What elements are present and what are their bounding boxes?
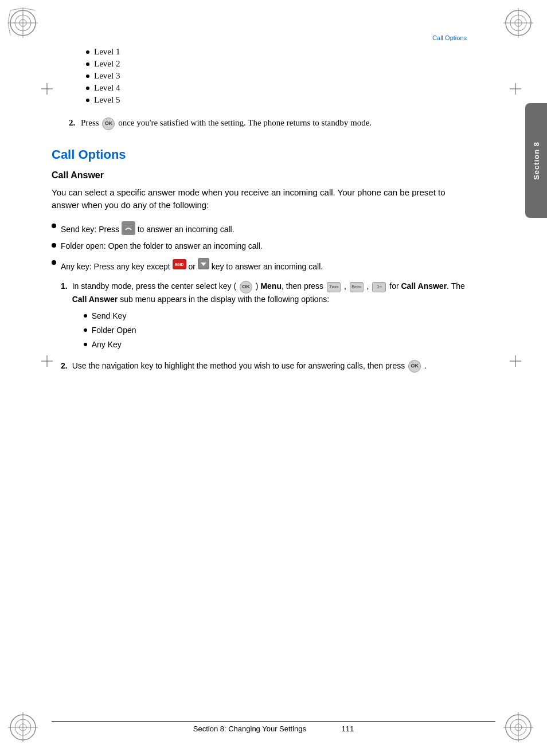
call-answer-heading: Call Answer xyxy=(52,170,467,181)
svg-line-8 xyxy=(8,23,10,36)
feature-bullet-any-key: Any key: Press any key except END or xyxy=(52,258,467,273)
bullet-icon xyxy=(86,87,89,90)
intro-text: You can select a specific answer mode wh… xyxy=(52,186,467,212)
feature-bullet-dot xyxy=(52,224,56,228)
feature-bullets-list: Send key: Press to answer an incoming ca… xyxy=(52,221,467,273)
sub-options-list: Send Key Folder Open Any Key xyxy=(84,310,467,351)
sub-list-item: Send Key xyxy=(84,310,467,322)
bullet-icon xyxy=(86,62,89,66)
feature-bullet-send-key: Send key: Press to answer an incoming ca… xyxy=(52,221,467,236)
bullet-icon xyxy=(86,50,89,54)
key-6: 6mno xyxy=(350,282,364,292)
svg-text:END: END xyxy=(175,263,183,267)
list-item: Level 1 xyxy=(86,47,467,57)
level-list: Level 1 Level 2 Level 3 Level 4 Level 5 xyxy=(86,47,467,105)
feature-bullet-folder-open: Folder open: Open the folder to answer a… xyxy=(52,241,467,252)
end-key-icon: END xyxy=(173,259,186,269)
sub-list-item: Folder Open xyxy=(84,324,467,336)
main-content: Level 1 Level 2 Level 3 Level 4 Level 5 … xyxy=(52,47,495,373)
crosshair-right-top xyxy=(510,83,521,97)
page-footer: Section 8: Changing Your Settings 111 xyxy=(0,724,547,733)
feature-bullet-dot xyxy=(52,243,56,248)
page-header: Call Options xyxy=(52,34,495,41)
ok-button-icon-step2: OK xyxy=(408,360,421,373)
call-options-heading: Call Options xyxy=(52,147,467,162)
corner-decoration-tr xyxy=(501,6,541,46)
footer-text: Section 8: Changing Your Settings 111 xyxy=(193,724,354,733)
ok-button-icon-step1: OK xyxy=(240,281,252,293)
down-arrow-key-icon xyxy=(198,258,209,269)
feature-bullet-dot xyxy=(52,260,56,265)
bullet-icon xyxy=(84,314,87,318)
footer-divider xyxy=(52,721,495,722)
numbered-steps: 1. In standby mode, press the center sel… xyxy=(61,280,467,373)
step-2-top: 2. Press OK once you're satisfied with t… xyxy=(69,116,467,130)
send-key-icon xyxy=(122,221,135,235)
bullet-icon xyxy=(84,343,87,346)
page-container: Section 8 Call Options xyxy=(0,0,547,756)
svg-line-7 xyxy=(8,10,10,23)
step-1: 1. In standby mode, press the center sel… xyxy=(61,280,467,352)
sub-list-item: Any Key xyxy=(84,339,467,351)
bullet-icon xyxy=(84,328,87,332)
step-2: 2. Use the navigation key to highlight t… xyxy=(61,360,467,373)
crosshair-left-mid xyxy=(41,355,53,369)
list-item: Level 4 xyxy=(86,83,467,93)
svg-line-5 xyxy=(10,8,23,10)
header-title: Call Options xyxy=(432,34,467,41)
key-1: 1∞ xyxy=(372,282,386,292)
bullet-icon xyxy=(86,99,89,102)
section-tab: Section 8 xyxy=(525,103,547,218)
key-7: 7pqrs xyxy=(327,282,341,292)
ok-button-icon-top: OK xyxy=(102,117,115,130)
list-item: Level 5 xyxy=(86,95,467,105)
bullet-icon xyxy=(86,75,89,78)
crosshair-right-mid xyxy=(510,355,521,369)
list-item: Level 2 xyxy=(86,59,467,69)
corner-decoration-tl xyxy=(6,6,46,46)
svg-line-6 xyxy=(23,8,36,10)
list-item: Level 3 xyxy=(86,71,467,81)
crosshair-left-top xyxy=(41,83,53,97)
